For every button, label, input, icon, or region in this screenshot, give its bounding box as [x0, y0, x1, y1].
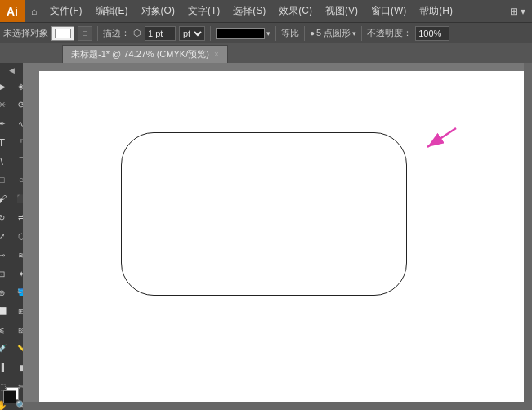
- horizontal-scrollbar[interactable]: [23, 402, 532, 410]
- divider-5: [361, 26, 362, 41]
- scale-tool[interactable]: ⤢: [0, 227, 11, 245]
- divider-2: [210, 26, 211, 41]
- canvas-area[interactable]: [23, 63, 532, 410]
- divider-4: [304, 26, 305, 41]
- canvas-background: [39, 71, 524, 402]
- ratio-label: 等比: [281, 27, 299, 39]
- opacity-input[interactable]: [415, 26, 449, 41]
- menu-effect[interactable]: 效果(C): [272, 0, 319, 22]
- grid-icon[interactable]: ⊞ ▾: [503, 0, 532, 22]
- color-swatch-area: [3, 387, 20, 403]
- left-toolbar: ◀ ▶ ◈ ✳ ⟳ ✒ ∿ T ᵀ \ ⌒ □ ○ 🖌 ⬛: [0, 63, 23, 410]
- type-tool[interactable]: T: [0, 133, 11, 151]
- fill-swatch[interactable]: [51, 26, 74, 41]
- stroke-unit-select[interactable]: pt: [179, 26, 205, 41]
- divider-3: [275, 26, 276, 41]
- stroke-swatch[interactable]: □: [78, 26, 92, 41]
- tab-close-button[interactable]: ×: [214, 50, 219, 59]
- stroke-dropdown-arrow[interactable]: ▾: [266, 29, 270, 38]
- document-tab[interactable]: 未标题-1* @ 74.27% (CMYK/预览) ×: [62, 45, 228, 63]
- free-transform-tool[interactable]: ⊡: [0, 265, 11, 283]
- menu-view[interactable]: 视图(V): [319, 0, 364, 22]
- menu-bar: Ai ⌂ 文件(F) 编辑(E) 对象(O) 文字(T) 选择(S) 效果(C)…: [0, 0, 532, 22]
- toolbar: 未选择对象 □ 描边： ⬡ pt ▾ 等比 ● 5 点圆形 ▾ 不透明度：: [0, 22, 532, 43]
- points-section: ● 5 点圆形 ▾: [310, 27, 356, 39]
- perspective-tool[interactable]: ⬜: [0, 302, 11, 320]
- stroke-line-preview[interactable]: [216, 28, 265, 39]
- shape-container: [121, 132, 407, 296]
- rotate-tool[interactable]: ↻: [0, 208, 11, 226]
- stroke-icon: ⬡: [133, 28, 141, 38]
- menu-window[interactable]: 窗口(W): [364, 0, 413, 22]
- rect-tool[interactable]: □: [0, 171, 11, 189]
- tab-bar: 未标题-1* @ 74.27% (CMYK/预览) ×: [0, 43, 532, 63]
- menu-help[interactable]: 帮助(H): [413, 0, 459, 22]
- toolbar-expand[interactable]: ◀: [9, 66, 15, 74]
- no-selection-section: 未选择对象: [3, 27, 48, 39]
- stroke-line-section: ▾: [216, 28, 270, 39]
- menu-edit[interactable]: 编辑(E): [89, 0, 135, 22]
- rounded-rectangle[interactable]: [121, 132, 407, 296]
- menu-type[interactable]: 文字(T): [181, 0, 226, 22]
- selection-tool[interactable]: ▶: [0, 77, 11, 95]
- menu-file[interactable]: 文件(F): [43, 0, 88, 22]
- ai-logo: Ai: [0, 0, 25, 22]
- paintbrush-tool[interactable]: 🖌: [0, 189, 11, 207]
- line-tool[interactable]: \: [0, 152, 11, 170]
- divider-1: [97, 26, 98, 41]
- home-icon[interactable]: ⌂: [25, 0, 43, 22]
- pen-tool[interactable]: ✒: [0, 114, 11, 132]
- stroke-label: 描边：: [103, 27, 130, 39]
- arrow-indicator: [391, 124, 464, 157]
- tab-title: 未标题-1* @ 74.27% (CMYK/预览): [71, 48, 209, 60]
- width-tool[interactable]: ⊸: [0, 246, 11, 264]
- points-dropdown[interactable]: ▾: [352, 29, 356, 38]
- magic-wand-tool[interactable]: ✳: [0, 96, 11, 114]
- no-selection-label: 未选择对象: [3, 27, 48, 39]
- shape-builder-tool[interactable]: ⊕: [0, 283, 11, 301]
- points-icon: ●: [310, 29, 315, 38]
- chart-tool[interactable]: ▐: [0, 359, 11, 377]
- menu-select[interactable]: 选择(S): [226, 0, 272, 22]
- mesh-tool[interactable]: ⫹: [0, 321, 11, 339]
- stroke-value-input[interactable]: [145, 26, 176, 41]
- main-area: ◀ ▶ ◈ ✳ ⟳ ✒ ∿ T ᵀ \ ⌒ □ ○ 🖌 ⬛: [0, 63, 532, 410]
- svg-line-1: [427, 128, 456, 147]
- vertical-scrollbar[interactable]: [524, 63, 532, 402]
- opacity-label: 不透明度：: [367, 27, 412, 39]
- eyedropper-tool[interactable]: 💉: [0, 340, 11, 358]
- menu-object[interactable]: 对象(O): [135, 0, 181, 22]
- points-label: 5 点圆形: [316, 27, 351, 39]
- stroke-color-swatch[interactable]: [3, 390, 16, 403]
